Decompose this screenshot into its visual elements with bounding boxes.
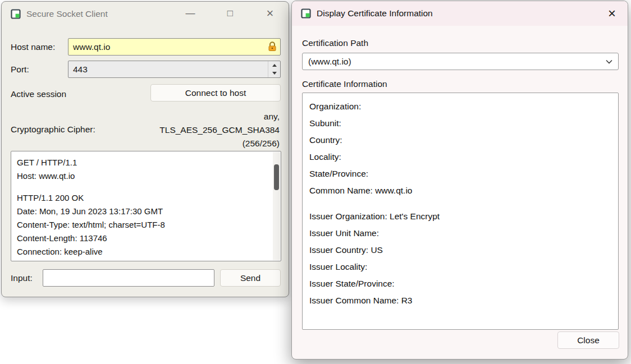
cert-info-line: Subunit: bbox=[309, 115, 610, 132]
cert-info-line: Issuer Locality: bbox=[309, 259, 610, 275]
combobox-selected-value: (www.qt.io) bbox=[308, 57, 351, 67]
port-spinbox bbox=[68, 61, 281, 78]
log-line: Date: Mon, 19 Jun 2023 13:17:30 GMT bbox=[17, 205, 266, 218]
cert-info-line: Issuer Common Name: R3 bbox=[309, 292, 610, 309]
hostname-label: Host name: bbox=[11, 42, 55, 52]
dialog-titlebar[interactable]: Display Certificate Information × bbox=[292, 1, 628, 26]
cipher-line: (256/256) bbox=[77, 137, 280, 150]
certificate-info-textarea[interactable]: Organization: Subunit: Country: Locality… bbox=[302, 93, 619, 330]
cert-info-line: Common Name: www.qt.io bbox=[309, 182, 610, 199]
hostname-input[interactable] bbox=[68, 38, 281, 56]
log-line: Connection: keep-alive bbox=[17, 245, 266, 259]
spin-down-button[interactable] bbox=[268, 70, 280, 78]
log-line: Host: www.qt.io bbox=[17, 169, 266, 183]
spin-up-icon bbox=[272, 64, 277, 67]
cert-info-line bbox=[309, 199, 610, 208]
close-button[interactable]: × bbox=[601, 3, 623, 24]
cert-info-line: Issuer Country: US bbox=[309, 242, 610, 259]
certification-path-label: Certification Path bbox=[302, 38, 368, 48]
cert-info-line: Organization: bbox=[309, 98, 610, 115]
port-spin-buttons bbox=[268, 61, 280, 77]
cert-info-line: Locality: bbox=[309, 149, 610, 165]
dialog-title: Display Certificate Information bbox=[317, 8, 433, 19]
send-button[interactable]: Send bbox=[220, 269, 281, 287]
caption-buttons: — □ × bbox=[177, 4, 283, 23]
maximize-button[interactable]: □ bbox=[217, 4, 243, 23]
certificate-information-label: Certificate Information bbox=[302, 79, 387, 89]
cipher-value: any, TLS_AES_256_GCM_SHA384 (256/256) bbox=[77, 110, 280, 150]
connect-to-host-button[interactable]: Connect to host bbox=[150, 84, 281, 102]
cert-info-line: Issuer Unit Name: bbox=[309, 225, 610, 242]
cipher-line: TLS_AES_256_GCM_SHA384 bbox=[77, 123, 280, 137]
minimize-button[interactable]: — bbox=[177, 4, 203, 23]
close-button[interactable]: × bbox=[257, 4, 283, 23]
log-line: Content-Type: text/html; charset=UTF-8 bbox=[17, 218, 266, 232]
cipher-line: any, bbox=[77, 110, 280, 123]
cert-info-line: Issuer State/Province: bbox=[309, 275, 610, 292]
message-input[interactable] bbox=[43, 269, 214, 287]
port-input[interactable] bbox=[68, 61, 281, 78]
log-line: GET / HTTP/1.1 bbox=[17, 156, 266, 169]
cert-info-line: Issuer Organization: Let's Encrypt bbox=[309, 208, 610, 225]
spin-down-icon bbox=[272, 72, 277, 75]
certificate-info-dialog: Display Certificate Information × Certif… bbox=[291, 1, 628, 360]
app-icon bbox=[301, 8, 311, 19]
active-session-label: Active session bbox=[11, 89, 66, 99]
secure-socket-client-window: Secure Socket Client — □ × Host name: Po… bbox=[1, 1, 289, 297]
app-icon bbox=[11, 9, 21, 19]
certification-path-combobox[interactable]: (www.qt.io) bbox=[302, 53, 619, 70]
log-line: Content-Length: 113746 bbox=[17, 232, 266, 245]
hostname-field-wrap bbox=[68, 38, 281, 56]
padlock-icon[interactable] bbox=[267, 41, 278, 52]
port-label: Port: bbox=[11, 64, 29, 75]
cert-info-line: Country: bbox=[309, 132, 610, 149]
log-line: HTTP/1.1 200 OK bbox=[17, 191, 266, 205]
input-label: Input: bbox=[11, 273, 33, 283]
client-titlebar[interactable]: Secure Socket Client — □ × bbox=[2, 2, 289, 26]
log-line bbox=[17, 183, 266, 191]
cert-info-line: State/Province: bbox=[309, 165, 610, 182]
chevron-down-icon bbox=[606, 59, 612, 64]
log-scrollbar-track[interactable] bbox=[273, 152, 280, 260]
spin-up-button[interactable] bbox=[268, 61, 280, 70]
session-log-textarea[interactable]: GET / HTTP/1.1 Host: www.qt.io HTTP/1.1 … bbox=[11, 151, 281, 261]
log-scrollbar-thumb[interactable] bbox=[274, 164, 279, 190]
window-title: Secure Socket Client bbox=[26, 9, 108, 19]
dialog-close-button[interactable]: Close bbox=[557, 331, 619, 349]
